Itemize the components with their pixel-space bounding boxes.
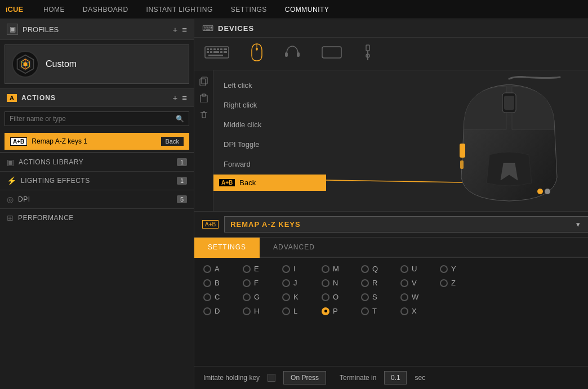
profiles-add-button[interactable]: + bbox=[172, 25, 177, 34]
key-r[interactable]: R bbox=[361, 279, 400, 287]
button-back[interactable]: A+B Back bbox=[213, 175, 326, 191]
key-q-radio[interactable] bbox=[361, 265, 369, 273]
key-n[interactable]: N bbox=[322, 279, 361, 287]
button-middle-click[interactable]: Middle click bbox=[213, 115, 326, 134]
key-j-radio[interactable] bbox=[282, 279, 290, 287]
key-p[interactable]: P bbox=[322, 307, 361, 315]
key-h-radio[interactable] bbox=[243, 307, 251, 315]
actions-add-button[interactable]: + bbox=[172, 93, 177, 102]
key-w[interactable]: W bbox=[400, 293, 440, 301]
svg-rect-39 bbox=[504, 96, 514, 110]
key-y[interactable]: Y bbox=[440, 265, 479, 273]
button-right-click[interactable]: Right click bbox=[213, 96, 326, 114]
key-w-radio[interactable] bbox=[400, 293, 408, 301]
key-column-1: A B C D bbox=[203, 265, 243, 315]
key-l[interactable]: L bbox=[282, 307, 322, 315]
key-t[interactable]: T bbox=[361, 307, 400, 315]
toolbar-copy-icon[interactable] bbox=[197, 74, 211, 88]
terminate-input[interactable] bbox=[384, 371, 407, 384]
actions-library-section[interactable]: ▣ ACTIONS LIBRARY 1 bbox=[0, 153, 194, 171]
key-k-radio[interactable] bbox=[282, 293, 290, 301]
nav-dashboard[interactable]: DASHBOARD bbox=[74, 0, 137, 19]
key-p-radio[interactable] bbox=[322, 307, 329, 315]
lighting-label: LIGHTING EFFECTS bbox=[21, 177, 172, 185]
svg-rect-23 bbox=[297, 52, 300, 57]
imitate-checkbox[interactable] bbox=[268, 374, 275, 382]
key-v[interactable]: V bbox=[400, 279, 440, 287]
key-l-radio[interactable] bbox=[282, 307, 290, 315]
device-keyboard[interactable] bbox=[202, 44, 231, 64]
key-x[interactable]: X bbox=[400, 307, 440, 315]
dpi-section[interactable]: ◎ DPI 5 bbox=[0, 190, 194, 208]
key-y-radio[interactable] bbox=[440, 265, 448, 273]
key-a-radio[interactable] bbox=[203, 265, 211, 273]
profiles-icon: ▣ bbox=[7, 24, 18, 35]
key-f[interactable]: F bbox=[243, 279, 282, 287]
key-o[interactable]: O bbox=[322, 293, 361, 301]
key-column-7: Y Z bbox=[440, 265, 479, 315]
key-z[interactable]: Z bbox=[440, 279, 479, 287]
key-column-2: E F G H bbox=[243, 265, 282, 315]
key-d-radio[interactable] bbox=[203, 307, 211, 315]
key-h[interactable]: H bbox=[243, 307, 282, 315]
lighting-effects-section[interactable]: ⚡ LIGHTING EFFECTS 1 bbox=[0, 171, 194, 190]
key-b[interactable]: B bbox=[203, 279, 243, 287]
key-c[interactable]: C bbox=[203, 293, 243, 301]
actions-menu-button[interactable]: ≡ bbox=[182, 93, 187, 102]
device-other[interactable] bbox=[361, 42, 375, 65]
key-n-radio[interactable] bbox=[322, 279, 329, 287]
key-e[interactable]: E bbox=[243, 265, 282, 273]
tab-advanced[interactable]: ADVANCED bbox=[260, 238, 328, 258]
key-s[interactable]: S bbox=[361, 293, 400, 301]
button-dpi-toggle[interactable]: DPI Toggle bbox=[213, 135, 326, 154]
key-u[interactable]: U bbox=[400, 265, 440, 273]
device-mouse[interactable] bbox=[248, 41, 265, 66]
key-a[interactable]: A bbox=[203, 265, 243, 273]
key-i-radio[interactable] bbox=[282, 265, 290, 273]
search-input[interactable] bbox=[10, 115, 172, 123]
nav-settings[interactable]: SETTINGS bbox=[222, 0, 276, 19]
profile-item[interactable]: Custom bbox=[5, 44, 189, 84]
nav-community[interactable]: COMMUNITY bbox=[276, 0, 338, 19]
key-i[interactable]: I bbox=[282, 265, 322, 273]
key-m[interactable]: M bbox=[322, 265, 361, 273]
tab-settings[interactable]: SETTINGS bbox=[194, 238, 260, 258]
key-g-radio[interactable] bbox=[243, 293, 251, 301]
button-left-click[interactable]: Left click bbox=[213, 76, 326, 95]
device-headset[interactable] bbox=[282, 43, 302, 65]
key-z-radio[interactable] bbox=[440, 279, 448, 287]
key-m-radio[interactable] bbox=[322, 265, 329, 273]
on-press-button[interactable]: On Press bbox=[283, 371, 326, 384]
dpi-icon: ◎ bbox=[7, 195, 14, 204]
key-e-radio[interactable] bbox=[243, 265, 251, 273]
settings-tabs: SETTINGS ADVANCED bbox=[194, 238, 588, 258]
key-j[interactable]: J bbox=[282, 279, 322, 287]
key-c-radio[interactable] bbox=[203, 293, 211, 301]
key-k[interactable]: K bbox=[282, 293, 322, 301]
device-pad[interactable] bbox=[319, 44, 344, 64]
key-q[interactable]: Q bbox=[361, 265, 400, 273]
nav-home[interactable]: HOME bbox=[34, 0, 74, 19]
nav-instant-lighting[interactable]: INSTANT LIGHTING bbox=[137, 0, 222, 19]
svg-rect-33 bbox=[202, 113, 206, 118]
key-b-radio[interactable] bbox=[203, 279, 211, 287]
toolbar-paste-icon[interactable] bbox=[197, 91, 211, 105]
key-x-radio[interactable] bbox=[400, 307, 408, 315]
key-g[interactable]: G bbox=[243, 293, 282, 301]
key-v-radio[interactable] bbox=[400, 279, 408, 287]
action-back-button[interactable]: Back bbox=[161, 137, 184, 146]
key-s-radio[interactable] bbox=[361, 293, 369, 301]
key-f-radio[interactable] bbox=[243, 279, 251, 287]
performance-section[interactable]: ⊞ PERFORMANCE bbox=[0, 208, 194, 227]
key-u-radio[interactable] bbox=[400, 265, 408, 273]
toolbar-delete-icon[interactable] bbox=[197, 108, 211, 122]
profiles-menu-button[interactable]: ≡ bbox=[182, 25, 187, 34]
key-d[interactable]: D bbox=[203, 307, 243, 315]
key-o-radio[interactable] bbox=[322, 293, 329, 301]
button-forward[interactable]: Forward bbox=[213, 155, 326, 173]
remap-select[interactable]: REMAP A-Z KEYS bbox=[224, 216, 588, 232]
key-r-radio[interactable] bbox=[361, 279, 369, 287]
key-t-radio[interactable] bbox=[361, 307, 369, 315]
actions-library-label: ACTIONS LIBRARY bbox=[19, 158, 172, 166]
action-item[interactable]: A+B Remap A-Z keys 1 Back bbox=[5, 133, 189, 150]
